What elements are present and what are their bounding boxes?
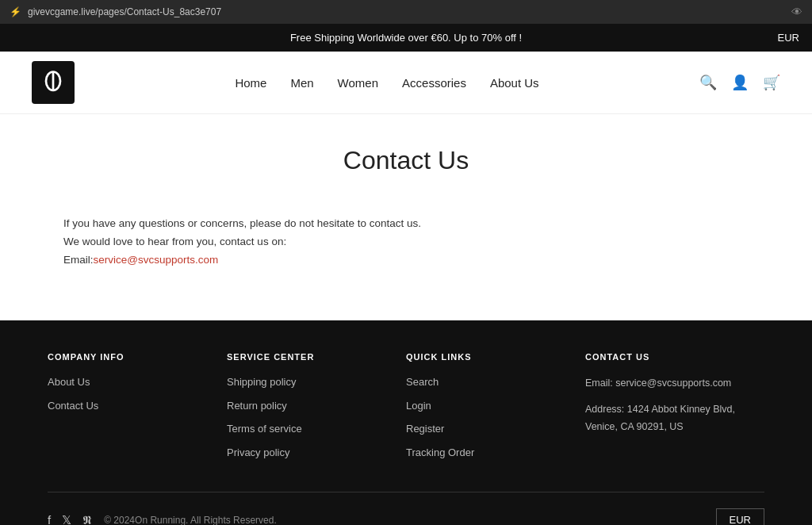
footer-email-label: Email: <box>585 377 613 389</box>
footer-search[interactable]: Search <box>406 374 585 390</box>
footer-columns: COMPANY INFO About Us Contact Us SERVICE… <box>48 352 764 468</box>
site-header: Home Men Women Accessories About Us 🔍 👤 … <box>0 52 812 114</box>
contact-body: If you have any questions or concerns, p… <box>63 215 539 270</box>
footer-quick-links: QUICK LINKS Search Login Register Tracki… <box>406 352 585 468</box>
facebook-icon[interactable]: f <box>48 513 51 526</box>
search-icon[interactable]: 🔍 <box>699 74 717 91</box>
nav-men[interactable]: Men <box>290 76 313 90</box>
page-title: Contact Us <box>63 146 749 175</box>
footer-contact-email: Email: service@svcsupports.com <box>585 374 764 393</box>
footer-about-us[interactable]: About Us <box>48 374 227 390</box>
footer-company-info: COMPANY INFO About Us Contact Us <box>48 352 227 468</box>
browser-bar: ⚡ givevcgame.live/pages/Contact-Us_8ac3e… <box>0 0 812 24</box>
contact-line2: We would love to hear from you, contact … <box>63 233 539 251</box>
nav-home[interactable]: Home <box>235 76 266 90</box>
browser-url: givevcgame.live/pages/Contact-Us_8ac3e70… <box>28 6 785 17</box>
header-icons: 🔍 👤 🛒 <box>699 74 780 91</box>
contact-line1: If you have any questions or concerns, p… <box>63 215 539 233</box>
announcement-bar: Free Shipping Worldwide over €60. Up to … <box>0 24 812 52</box>
copyright: © 2024On Running. All Rights Reserved. <box>104 515 277 526</box>
site-logo[interactable] <box>32 61 75 104</box>
footer-address-label: Address: <box>585 404 624 415</box>
nav-accessories[interactable]: Accessories <box>402 76 466 90</box>
footer-bottom-left: f 𝕏 𝕹 © 2024On Running. All Rights Reser… <box>48 513 277 526</box>
twitter-icon[interactable]: 𝕏 <box>62 513 71 526</box>
footer-service-title: SERVICE CENTER <box>227 352 406 362</box>
contact-email-line: Email:service@svcsupports.com <box>63 251 539 270</box>
footer-contact-us[interactable]: Contact Us <box>48 398 227 414</box>
footer-quick-title: QUICK LINKS <box>406 352 585 362</box>
nav-women[interactable]: Women <box>338 76 378 90</box>
footer-terms-service[interactable]: Terms of service <box>227 421 406 437</box>
header-currency[interactable]: EUR <box>778 32 799 44</box>
nav-about[interactable]: About Us <box>490 76 539 90</box>
main-nav: Home Men Women Accessories About Us <box>235 76 538 90</box>
footer-divider <box>48 492 764 492</box>
pinterest-icon[interactable]: 𝕹 <box>82 513 91 526</box>
footer-tracking[interactable]: Tracking Order <box>406 445 585 461</box>
footer-service-center: SERVICE CENTER Shipping policy Return po… <box>227 352 406 468</box>
site-footer: COMPANY INFO About Us Contact Us SERVICE… <box>0 320 812 525</box>
footer-currency-button[interactable]: EUR <box>716 508 764 525</box>
announcement-text: Free Shipping Worldwide over €60. Up to … <box>290 32 522 44</box>
main-content: Contact Us If you have any questions or … <box>0 114 812 320</box>
footer-contact-title: CONTACT US <box>585 352 764 362</box>
logo-svg <box>39 68 67 97</box>
social-icons: f 𝕏 𝕹 <box>48 513 91 526</box>
footer-email-value: service@svcsupports.com <box>615 377 731 389</box>
browser-icon: ⚡ <box>10 6 21 17</box>
footer-contact-address: Address: 1424 Abbot Kinney Blvd, Venice,… <box>585 400 764 436</box>
cart-icon[interactable]: 🛒 <box>763 74 780 91</box>
footer-return-policy[interactable]: Return policy <box>227 398 406 414</box>
eye-icon: 👁 <box>791 6 802 18</box>
footer-login[interactable]: Login <box>406 398 585 414</box>
email-label: Email: <box>63 254 94 266</box>
footer-company-title: COMPANY INFO <box>48 352 227 362</box>
contact-email[interactable]: service@svcsupports.com <box>94 254 219 266</box>
footer-shipping-policy[interactable]: Shipping policy <box>227 374 406 390</box>
account-icon[interactable]: 👤 <box>731 74 749 91</box>
footer-contact-col: CONTACT US Email: service@svcsupports.co… <box>585 352 764 468</box>
footer-privacy-policy[interactable]: Privacy policy <box>227 445 406 461</box>
footer-register[interactable]: Register <box>406 421 585 437</box>
footer-bottom: f 𝕏 𝕹 © 2024On Running. All Rights Reser… <box>48 508 764 525</box>
